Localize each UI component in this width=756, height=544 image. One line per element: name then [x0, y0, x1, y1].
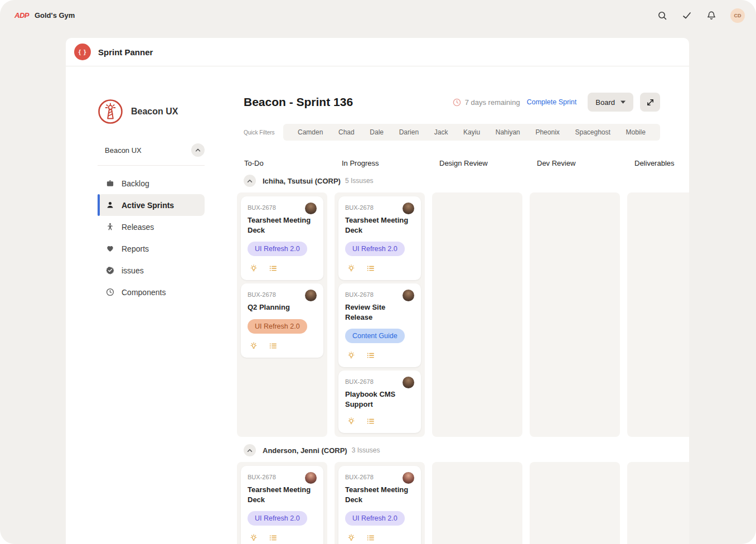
quick-filter-pheonix[interactable]: Pheonix — [535, 128, 559, 136]
app-panel: { } Sprint Panner — [66, 38, 689, 544]
checklist-icon[interactable] — [366, 533, 375, 542]
assignee-avatar[interactable] — [403, 290, 414, 301]
topbar-actions: CD — [657, 8, 745, 23]
column-header-design-review: Design Review — [432, 159, 522, 167]
company-name: Gold's Gym — [35, 11, 75, 20]
briefcase-icon — [105, 179, 114, 188]
column-track-deliverables — [627, 462, 689, 544]
quick-filter-mobile[interactable]: Mobile — [626, 128, 646, 136]
clock-icon — [105, 288, 114, 297]
assignee-avatar[interactable] — [305, 472, 317, 484]
project-selector[interactable]: Beacon UX — [98, 143, 205, 166]
chevron-up-icon[interactable] — [244, 175, 256, 187]
quick-filter-darien[interactable]: Darien — [399, 128, 419, 136]
assignee-avatar[interactable] — [403, 472, 414, 484]
sidebar-item-components[interactable]: Components — [98, 281, 205, 303]
assignee-avatar[interactable] — [305, 203, 317, 214]
idea-icon[interactable] — [347, 264, 356, 273]
column-track-design-review — [432, 462, 522, 544]
column-header-in-progress: In Progress — [335, 159, 425, 167]
sidebar-item-backlog[interactable]: Backlog — [98, 172, 205, 194]
quick-filters-row: Quick Filters CamdenChadDaleDarienJackKa… — [237, 124, 689, 141]
complete-sprint-link[interactable]: Complete Sprint — [527, 98, 577, 106]
column-headers: To-DoIn ProgressDesign ReviewDev ReviewD… — [237, 159, 689, 167]
checklist-icon[interactable] — [269, 341, 278, 350]
quick-filters-bar: CamdenChadDaleDarienJackKayiuNahiyanPheo… — [283, 124, 660, 141]
checklist-icon[interactable] — [366, 417, 375, 426]
issue-card-top: BUX-2678 — [345, 290, 414, 301]
issue-card-top: BUX-2678 — [248, 203, 317, 214]
board-meta: 7 days remaining Complete Sprint Board — [453, 93, 660, 112]
issue-key: BUX-2678 — [345, 377, 374, 385]
assignee-avatar[interactable] — [305, 290, 317, 301]
search-icon[interactable] — [657, 10, 668, 21]
checklist-icon[interactable] — [269, 264, 278, 273]
idea-icon[interactable] — [249, 264, 258, 273]
issue-key: BUX-2678 — [345, 290, 374, 298]
quick-filter-camden[interactable]: Camden — [298, 128, 323, 136]
issue-card-icons — [248, 533, 317, 542]
quick-filter-nahiyan[interactable]: Nahiyan — [496, 128, 520, 136]
topbar-brand-group: ADP Gold's Gym — [14, 11, 75, 20]
issue-title: Tearsheet Meeting Deck — [345, 215, 414, 235]
idea-icon[interactable] — [347, 533, 356, 542]
issue-card-top: BUX-2678 — [345, 472, 414, 484]
sidebar-item-issues[interactable]: issues — [98, 259, 205, 281]
column-header-dev-review: Dev Review — [530, 159, 620, 167]
app-window: ADP Gold's Gym CD { } Sprint Panner — [0, 0, 756, 544]
issue-card-icons — [345, 533, 414, 542]
column-track-dev-review — [530, 192, 620, 437]
assignee-avatar[interactable] — [403, 203, 414, 214]
quick-filter-kayiu[interactable]: Kayiu — [463, 128, 480, 136]
swimlane-columns: BUX-2678Tearsheet Meeting DeckUI Refresh… — [237, 462, 689, 544]
checklist-icon[interactable] — [366, 264, 375, 273]
issue-card[interactable]: BUX-2678Tearsheet Meeting DeckUI Refresh… — [338, 196, 421, 280]
sidebar-item-releases[interactable]: Releases — [98, 216, 205, 238]
quick-filter-chad[interactable]: Chad — [338, 128, 355, 136]
issue-tag[interactable]: UI Refresh 2.0 — [345, 242, 405, 256]
issue-tag[interactable]: UI Refresh 2.0 — [248, 511, 307, 526]
issue-tag[interactable]: UI Refresh 2.0 — [248, 319, 307, 334]
app-title: Sprint Panner — [98, 47, 153, 57]
issue-card[interactable]: BUX-2678Tearsheet Meeting DeckUI Refresh… — [338, 466, 421, 544]
idea-icon[interactable] — [347, 417, 356, 426]
issue-title: Review Site Release — [345, 302, 414, 322]
board-view-dropdown[interactable]: Board — [588, 93, 633, 112]
checklist-icon[interactable] — [269, 533, 278, 542]
issue-key: BUX-2678 — [248, 203, 276, 211]
days-remaining: 7 days remaining — [453, 98, 520, 107]
sidebar-item-label: Reports — [122, 244, 149, 253]
quick-filter-spaceghost[interactable]: Spaceghost — [575, 128, 610, 136]
bell-icon[interactable] — [706, 10, 717, 21]
idea-icon[interactable] — [249, 341, 258, 350]
idea-icon[interactable] — [347, 351, 356, 360]
issue-card[interactable]: BUX-2678Tearsheet Meeting DeckUI Refresh… — [241, 196, 323, 280]
swimlane-issue-count: 5 Issuses — [345, 177, 374, 185]
issue-card-top: BUX-2678 — [345, 377, 414, 388]
quick-filter-jack[interactable]: Jack — [434, 128, 448, 136]
user-avatar[interactable]: CD — [730, 8, 745, 23]
idea-icon[interactable] — [249, 533, 258, 542]
issue-card[interactable]: BUX-2678Q2 PlanningUI Refresh 2.0 — [241, 283, 323, 358]
quick-filter-dale[interactable]: Dale — [370, 128, 384, 136]
issue-title: Tearsheet Meeting Deck — [248, 485, 317, 504]
issue-tag[interactable]: UI Refresh 2.0 — [248, 242, 307, 256]
assignee-avatar[interactable] — [403, 377, 414, 388]
issue-key: BUX-2678 — [248, 290, 276, 298]
column-track-dev-review — [530, 462, 620, 544]
issue-card[interactable]: BUX-2678Playbook CMS Support — [338, 370, 421, 433]
column-track-in-progress: BUX-2678Tearsheet Meeting DeckUI Refresh… — [335, 462, 425, 544]
issue-tag[interactable]: Content Guide — [345, 329, 405, 343]
sidebar-item-active-sprints[interactable]: Active Sprints — [98, 194, 205, 216]
issue-title: Tearsheet Meeting Deck — [345, 485, 414, 504]
chevron-up-icon[interactable] — [244, 444, 256, 456]
chevron-up-icon[interactable] — [191, 143, 205, 157]
checklist-icon[interactable] — [366, 351, 375, 360]
fullscreen-button[interactable] — [640, 93, 660, 112]
issue-card[interactable]: BUX-2678Review Site ReleaseContent Guide — [338, 283, 421, 367]
issue-card[interactable]: BUX-2678Tearsheet Meeting DeckUI Refresh… — [241, 466, 323, 544]
issue-tag[interactable]: UI Refresh 2.0 — [345, 511, 405, 526]
sidebar-item-reports[interactable]: Reports — [98, 238, 205, 259]
check-icon[interactable] — [681, 10, 692, 21]
sprint-title: Beacon - Sprint 136 — [244, 95, 353, 109]
